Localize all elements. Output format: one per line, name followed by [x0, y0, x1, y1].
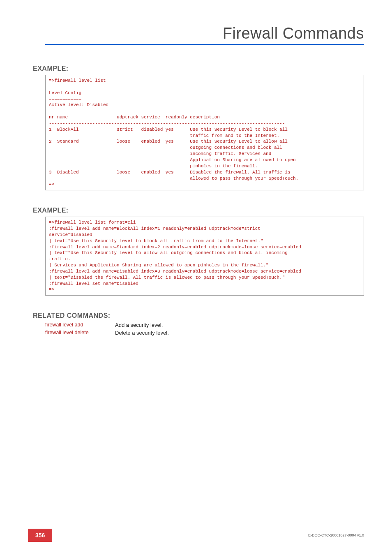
- related-cmd: firewall level add: [45, 322, 115, 328]
- page: Firewall Commands EXAMPLE: =>firewall le…: [0, 0, 392, 555]
- related-row: firewall level delete Delete a security …: [45, 330, 364, 336]
- page-number: 356: [28, 529, 52, 542]
- related-row: firewall level add Add a security level.: [45, 322, 364, 328]
- doc-id: E-DOC-CTC-20061027-0004 v1.0: [308, 533, 364, 537]
- page-header: Firewall Commands: [45, 25, 364, 49]
- example2-label: EXAMPLE:: [33, 207, 364, 214]
- related-commands-label: RELATED COMMANDS:: [33, 312, 364, 319]
- related-cmd: firewall level delete: [45, 330, 115, 336]
- example1-label: EXAMPLE:: [33, 65, 364, 72]
- related-commands-table: firewall level add Add a security level.…: [45, 322, 364, 336]
- related-desc: Delete a security level.: [115, 330, 169, 336]
- code-block-2: =>firewall level list format=cli :firewa…: [45, 217, 364, 296]
- page-footer: 356 E-DOC-CTC-20061027-0004 v1.0: [0, 529, 392, 542]
- related-desc: Add a security level.: [115, 322, 163, 328]
- code-block-1: =>firewall level list Level Config =====…: [45, 75, 364, 190]
- header-rule: [45, 44, 364, 45]
- page-title: Firewall Commands: [45, 25, 364, 42]
